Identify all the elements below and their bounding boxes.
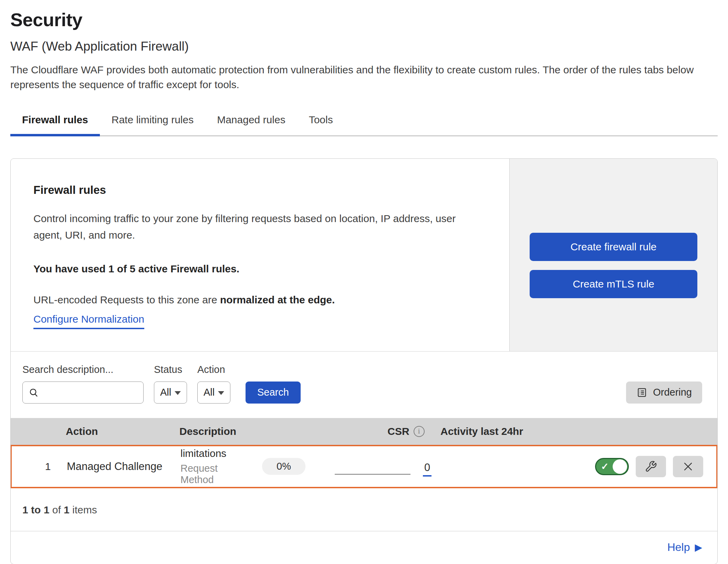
rule-csr-cell: 0% <box>249 458 318 475</box>
items-range: 1 to 1 <box>22 504 49 515</box>
rule-activity-cell: 0 <box>318 457 595 477</box>
help-row: Help ▶ <box>11 531 717 564</box>
search-label: Search description... <box>22 364 144 375</box>
close-icon <box>682 461 694 472</box>
table-header-row: Action Description CSR i Activity last 2… <box>11 418 717 445</box>
rule-priority: 1 <box>12 461 67 472</box>
activity-column-header: Activity last 24hr <box>440 426 717 437</box>
items-total: 1 <box>64 504 70 515</box>
caret-down-icon <box>218 391 224 395</box>
csr-badge: 0% <box>262 458 305 475</box>
firewall-rules-info: Firewall rules Control incoming traffic … <box>11 159 509 351</box>
card-actions-panel: Create firewall rule Create mTLS rule <box>509 159 717 351</box>
firewall-rules-card: Firewall rules Control incoming traffic … <box>10 158 718 564</box>
rule-enabled-toggle[interactable]: ✓ <box>595 458 629 475</box>
action-select[interactable]: All <box>197 382 230 404</box>
edit-rule-button[interactable] <box>636 456 666 477</box>
toggle-knob <box>613 459 627 474</box>
tab-tools[interactable]: Tools <box>297 107 345 136</box>
status-group: Status All <box>154 364 187 404</box>
action-group: Action All <box>197 364 230 404</box>
tab-firewall-rules[interactable]: Firewall rules <box>10 107 100 136</box>
rules-tab-bar: Firewall rules Rate limiting rules Manag… <box>10 107 718 136</box>
action-selected-value: All <box>204 387 215 398</box>
card-top-section: Firewall rules Control incoming traffic … <box>11 159 717 352</box>
create-firewall-rule-button[interactable]: Create firewall rule <box>530 233 697 261</box>
page-description: The Cloudflare WAF provides both automat… <box>10 63 716 92</box>
status-selected-value: All <box>160 387 171 398</box>
normalization-bold: normalized at the edge. <box>220 294 335 305</box>
search-icon <box>29 387 39 398</box>
delete-rule-button[interactable] <box>673 456 703 477</box>
normalization-note: URL-encoded Requests to this zone are no… <box>33 294 489 306</box>
csr-header-label: CSR <box>387 426 409 437</box>
info-icon[interactable]: i <box>414 426 425 437</box>
pagination-summary: 1 to 1 of 1 items <box>11 488 717 531</box>
tab-managed-rules[interactable]: Managed rules <box>205 107 297 136</box>
page-title: Security <box>10 9 718 30</box>
configure-normalization-link[interactable]: Configure Normalization <box>33 313 144 329</box>
tab-rate-limiting-rules[interactable]: Rate limiting rules <box>100 107 205 136</box>
card-heading: Firewall rules <box>33 184 489 197</box>
ordering-button[interactable]: Ordering <box>626 382 702 404</box>
create-mtls-rule-button[interactable]: Create mTLS rule <box>530 270 697 298</box>
activity-sparkline <box>335 474 410 475</box>
usage-summary: You have used 1 of 5 active Firewall rul… <box>33 263 489 275</box>
rule-description: limitations <box>180 448 249 459</box>
ordering-list-icon <box>636 387 647 398</box>
of-text: of <box>49 504 64 515</box>
csr-column-header: CSR i <box>372 426 440 437</box>
caret-down-icon <box>175 391 181 395</box>
search-box <box>22 382 144 404</box>
table-row[interactable]: 1 Managed Challenge limitations Request … <box>10 445 718 488</box>
rule-action: Managed Challenge <box>67 460 180 473</box>
filter-bar: Search description... Status All Action <box>11 352 717 418</box>
search-input[interactable] <box>22 382 144 404</box>
action-label: Action <box>197 364 230 375</box>
rule-description-cell: limitations Request Method <box>180 448 249 485</box>
ordering-button-label: Ordering <box>653 387 692 398</box>
search-button[interactable]: Search <box>246 382 301 404</box>
status-label: Status <box>154 364 187 375</box>
rule-description-sub: Request Method <box>180 463 249 485</box>
action-column-header: Action <box>66 426 179 437</box>
row-controls: ✓ <box>595 456 716 477</box>
activity-count-link[interactable]: 0 <box>423 461 431 477</box>
card-description: Control incoming traffic to your zone by… <box>33 210 481 243</box>
wrench-icon <box>645 460 657 473</box>
arrow-right-icon: ▶ <box>695 542 702 553</box>
items-text: items <box>70 504 97 515</box>
security-waf-page: Security WAF (Web Application Firewall) … <box>0 0 728 564</box>
description-column-header: Description <box>179 426 372 437</box>
help-link[interactable]: Help ▶ <box>667 541 702 554</box>
page-subtitle: WAF (Web Application Firewall) <box>10 39 718 54</box>
check-icon: ✓ <box>601 461 609 472</box>
normalization-prefix: URL-encoded Requests to this zone are <box>33 294 220 305</box>
search-group: Search description... <box>22 364 144 404</box>
help-label: Help <box>667 541 690 554</box>
status-select[interactable]: All <box>154 382 187 404</box>
